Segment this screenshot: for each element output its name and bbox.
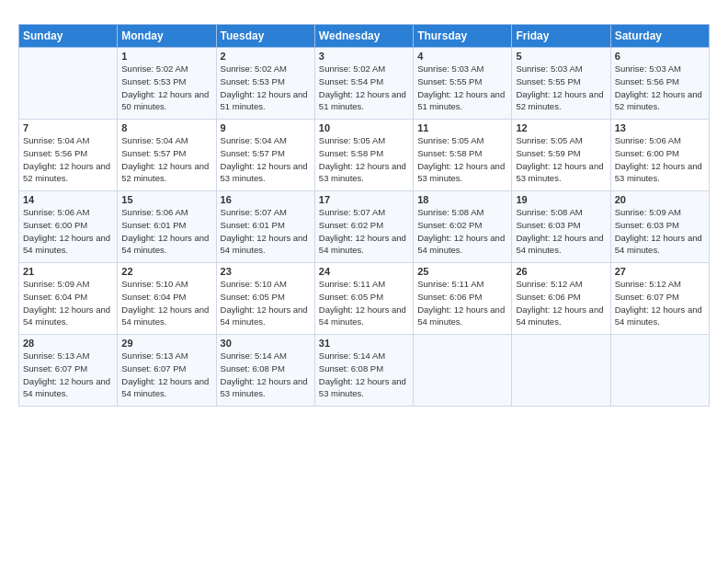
cell-info: Sunrise: 5:06 AMSunset: 6:00 PMDaylight:… <box>23 206 113 257</box>
calendar-body: 1Sunrise: 5:02 AMSunset: 5:53 PMDaylight… <box>19 48 710 407</box>
calendar-cell: 1Sunrise: 5:02 AMSunset: 5:53 PMDaylight… <box>118 48 216 120</box>
week-row-4: 28Sunrise: 5:13 AMSunset: 6:07 PMDayligh… <box>19 335 710 407</box>
calendar-cell: 22Sunrise: 5:10 AMSunset: 6:04 PMDayligh… <box>118 263 216 335</box>
day-number: 28 <box>23 338 113 349</box>
sunrise-text: Sunrise: 5:02 AM <box>221 63 287 74</box>
sunset-text: Sunset: 6:00 PM <box>23 220 87 230</box>
calendar-table: SundayMondayTuesdayWednesdayThursdayFrid… <box>18 24 710 407</box>
sunrise-text: Sunrise: 5:06 AM <box>121 207 188 217</box>
sunset-text: Sunset: 6:07 PM <box>23 363 87 373</box>
calendar-cell: 29Sunrise: 5:13 AMSunset: 6:07 PMDayligh… <box>118 335 216 407</box>
day-number: 31 <box>319 338 409 349</box>
sunrise-text: Sunrise: 5:08 AM <box>516 207 582 217</box>
calendar-cell: 4Sunrise: 5:03 AMSunset: 5:55 PMDaylight… <box>414 48 512 120</box>
sunset-text: Sunset: 5:58 PM <box>417 148 482 158</box>
sunset-text: Sunset: 5:56 PM <box>615 76 679 86</box>
cell-info: Sunrise: 5:05 AMSunset: 5:58 PMDaylight:… <box>319 134 409 185</box>
sunrise-text: Sunrise: 5:12 AM <box>615 279 681 289</box>
sunset-text: Sunset: 6:02 PM <box>417 220 482 230</box>
calendar-cell: 7Sunrise: 5:04 AMSunset: 5:56 PMDaylight… <box>19 120 118 191</box>
sunrise-text: Sunrise: 5:14 AM <box>221 350 287 361</box>
day-number: 29 <box>121 338 211 349</box>
header-saturday: Saturday <box>610 25 709 48</box>
cell-info: Sunrise: 5:06 AMSunset: 6:00 PMDaylight:… <box>615 134 705 185</box>
day-number: 7 <box>23 122 113 133</box>
calendar-cell: 14Sunrise: 5:06 AMSunset: 6:00 PMDayligh… <box>19 191 118 263</box>
calendar-cell: 12Sunrise: 5:05 AMSunset: 5:59 PMDayligh… <box>512 120 610 191</box>
calendar-cell <box>414 335 512 407</box>
sunrise-text: Sunrise: 5:07 AM <box>319 207 385 217</box>
cell-info: Sunrise: 5:02 AMSunset: 5:53 PMDaylight:… <box>121 63 211 113</box>
calendar-cell: 30Sunrise: 5:14 AMSunset: 6:08 PMDayligh… <box>216 335 314 407</box>
daylight-text: Daylight: 12 hours and 54 minutes. <box>417 233 505 256</box>
day-number: 15 <box>121 194 211 205</box>
day-number: 17 <box>319 194 409 205</box>
daylight-text: Daylight: 12 hours and 51 minutes. <box>319 89 406 112</box>
daylight-text: Daylight: 12 hours and 54 minutes. <box>121 233 209 256</box>
calendar-cell: 16Sunrise: 5:07 AMSunset: 6:01 PMDayligh… <box>216 191 314 263</box>
daylight-text: Daylight: 12 hours and 54 minutes. <box>221 304 308 327</box>
cell-info: Sunrise: 5:03 AMSunset: 5:56 PMDaylight:… <box>615 63 705 113</box>
cell-info: Sunrise: 5:08 AMSunset: 6:03 PMDaylight:… <box>516 206 606 257</box>
sunrise-text: Sunrise: 5:11 AM <box>417 279 483 289</box>
daylight-text: Daylight: 12 hours and 54 minutes. <box>615 233 702 256</box>
header-monday: Monday <box>118 25 216 48</box>
sunset-text: Sunset: 6:07 PM <box>615 292 679 302</box>
sunrise-text: Sunrise: 5:13 AM <box>121 350 188 361</box>
sunrise-text: Sunrise: 5:03 AM <box>516 63 582 74</box>
calendar-cell: 24Sunrise: 5:11 AMSunset: 6:05 PMDayligh… <box>314 263 413 335</box>
daylight-text: Daylight: 12 hours and 52 minutes. <box>23 161 110 184</box>
sunrise-text: Sunrise: 5:08 AM <box>417 207 483 217</box>
daylight-text: Daylight: 12 hours and 54 minutes. <box>417 304 505 327</box>
sunrise-text: Sunrise: 5:06 AM <box>615 135 681 145</box>
header-thursday: Thursday <box>414 25 512 48</box>
cell-info: Sunrise: 5:10 AMSunset: 6:05 PMDaylight:… <box>221 278 311 328</box>
day-number: 27 <box>615 266 705 277</box>
calendar-cell: 27Sunrise: 5:12 AMSunset: 6:07 PMDayligh… <box>610 263 709 335</box>
calendar-cell: 17Sunrise: 5:07 AMSunset: 6:02 PMDayligh… <box>314 191 413 263</box>
daylight-text: Daylight: 12 hours and 54 minutes. <box>319 233 406 256</box>
calendar-cell: 9Sunrise: 5:04 AMSunset: 5:57 PMDaylight… <box>216 120 314 191</box>
header-tuesday: Tuesday <box>216 25 314 48</box>
cell-info: Sunrise: 5:13 AMSunset: 6:07 PMDaylight:… <box>23 350 113 400</box>
sunset-text: Sunset: 5:55 PM <box>516 76 580 86</box>
daylight-text: Daylight: 12 hours and 54 minutes. <box>121 304 209 327</box>
sunset-text: Sunset: 6:01 PM <box>221 220 285 230</box>
day-number: 30 <box>221 338 311 349</box>
sunset-text: Sunset: 6:00 PM <box>615 148 679 158</box>
header-friday: Friday <box>512 25 610 48</box>
day-number: 4 <box>417 51 507 62</box>
sunset-text: Sunset: 5:57 PM <box>121 148 186 158</box>
daylight-text: Daylight: 12 hours and 53 minutes. <box>615 161 702 184</box>
cell-info: Sunrise: 5:11 AMSunset: 6:06 PMDaylight:… <box>417 278 507 328</box>
sunset-text: Sunset: 5:58 PM <box>319 148 383 158</box>
daylight-text: Daylight: 12 hours and 54 minutes. <box>23 233 110 256</box>
cell-info: Sunrise: 5:12 AMSunset: 6:06 PMDaylight:… <box>516 278 606 328</box>
cell-info: Sunrise: 5:10 AMSunset: 6:04 PMDaylight:… <box>121 278 211 328</box>
cell-info: Sunrise: 5:03 AMSunset: 5:55 PMDaylight:… <box>516 63 606 113</box>
calendar-cell: 23Sunrise: 5:10 AMSunset: 6:05 PMDayligh… <box>216 263 314 335</box>
calendar-cell: 31Sunrise: 5:14 AMSunset: 6:08 PMDayligh… <box>314 335 413 407</box>
cell-info: Sunrise: 5:09 AMSunset: 6:03 PMDaylight:… <box>615 206 705 257</box>
header-wednesday: Wednesday <box>314 25 413 48</box>
sunset-text: Sunset: 6:03 PM <box>615 220 679 230</box>
sunrise-text: Sunrise: 5:14 AM <box>319 350 385 361</box>
calendar-cell: 26Sunrise: 5:12 AMSunset: 6:06 PMDayligh… <box>512 263 610 335</box>
daylight-text: Daylight: 12 hours and 52 minutes. <box>121 161 209 184</box>
daylight-text: Daylight: 12 hours and 50 minutes. <box>121 89 209 112</box>
sunset-text: Sunset: 6:05 PM <box>221 292 285 302</box>
header-row: SundayMondayTuesdayWednesdayThursdayFrid… <box>19 25 710 48</box>
daylight-text: Daylight: 12 hours and 53 minutes. <box>221 161 308 184</box>
day-number: 20 <box>615 194 705 205</box>
sunrise-text: Sunrise: 5:09 AM <box>615 207 681 217</box>
daylight-text: Daylight: 12 hours and 54 minutes. <box>121 376 209 399</box>
sunset-text: Sunset: 5:57 PM <box>221 148 285 158</box>
sunset-text: Sunset: 6:01 PM <box>121 220 186 230</box>
sunset-text: Sunset: 6:07 PM <box>121 363 186 373</box>
daylight-text: Daylight: 12 hours and 53 minutes. <box>319 161 406 184</box>
cell-info: Sunrise: 5:14 AMSunset: 6:08 PMDaylight:… <box>221 350 311 400</box>
cell-info: Sunrise: 5:11 AMSunset: 6:05 PMDaylight:… <box>319 278 409 328</box>
calendar-cell: 2Sunrise: 5:02 AMSunset: 5:53 PMDaylight… <box>216 48 314 120</box>
cell-info: Sunrise: 5:09 AMSunset: 6:04 PMDaylight:… <box>23 278 113 328</box>
calendar-cell: 21Sunrise: 5:09 AMSunset: 6:04 PMDayligh… <box>19 263 118 335</box>
